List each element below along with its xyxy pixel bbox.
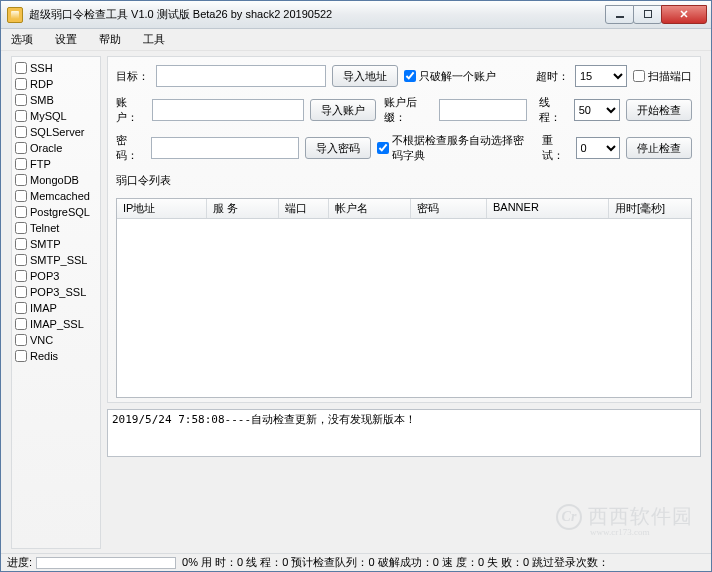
app-icon xyxy=(7,7,23,23)
status-metrics: 0% 用 时：0 线 程：0 预计检查队列：0 破解成功：0 速 度：0 失 败… xyxy=(182,555,609,570)
config-row-password: 密码： 导入密码 不根据检查服务自动选择密码字典 重试： 0 停止检查 xyxy=(116,133,692,163)
import-target-button[interactable]: 导入地址 xyxy=(332,65,398,87)
auto-dict-checkbox-input[interactable] xyxy=(377,142,389,154)
column-header[interactable]: 端口 xyxy=(279,199,329,218)
service-label: SMB xyxy=(30,93,54,107)
scan-port-checkbox-input[interactable] xyxy=(633,70,645,82)
service-item-vnc[interactable]: VNC xyxy=(15,333,97,347)
service-checkbox[interactable] xyxy=(15,174,27,186)
results-body xyxy=(117,219,691,397)
account-input[interactable] xyxy=(152,99,304,121)
menu-help[interactable]: 帮助 xyxy=(93,31,127,48)
timeout-label: 超时： xyxy=(536,69,569,84)
service-item-smtp_ssl[interactable]: SMTP_SSL xyxy=(15,253,97,267)
service-label: FTP xyxy=(30,157,51,171)
service-checkbox[interactable] xyxy=(15,302,27,314)
stop-button[interactable]: 停止检查 xyxy=(626,137,692,159)
service-item-telnet[interactable]: Telnet xyxy=(15,221,97,235)
timeout-select[interactable]: 15 xyxy=(575,65,627,87)
auto-dict-checkbox-label: 不根据检查服务自动选择密码字典 xyxy=(392,133,530,163)
close-button[interactable] xyxy=(661,5,707,24)
target-label: 目标： xyxy=(116,69,150,84)
service-item-imap[interactable]: IMAP xyxy=(15,301,97,315)
single-account-checkbox-label: 只破解一个账户 xyxy=(419,69,496,84)
import-user-button[interactable]: 导入账户 xyxy=(310,99,376,121)
config-panel: 目标： 导入地址 只破解一个账户 超时： 15 xyxy=(107,56,701,403)
service-checkbox[interactable] xyxy=(15,350,27,362)
maximize-icon xyxy=(643,9,653,19)
account-label: 账户： xyxy=(116,95,146,125)
service-item-oracle[interactable]: Oracle xyxy=(15,141,97,155)
content-area: SSHRDPSMBMySQLSQLServerOracleFTPMongoDBM… xyxy=(1,52,711,553)
config-row-account: 账户： 导入账户 账户后缀： 线程： 50 开始检查 xyxy=(116,95,692,125)
column-header[interactable]: 用时[毫秒] xyxy=(609,199,683,218)
service-item-memcached[interactable]: Memcached xyxy=(15,189,97,203)
service-item-ssh[interactable]: SSH xyxy=(15,61,97,75)
service-item-rdp[interactable]: RDP xyxy=(15,77,97,91)
threads-select[interactable]: 50 xyxy=(574,99,620,121)
service-item-sqlserver[interactable]: SQLServer xyxy=(15,125,97,139)
service-checkbox[interactable] xyxy=(15,62,27,74)
service-item-redis[interactable]: Redis xyxy=(15,349,97,363)
service-checkbox[interactable] xyxy=(15,334,27,346)
suffix-label: 账户后缀： xyxy=(384,95,433,125)
service-item-postgresql[interactable]: PostgreSQL xyxy=(15,205,97,219)
service-item-ftp[interactable]: FTP xyxy=(15,157,97,171)
column-header[interactable]: BANNER xyxy=(487,199,609,218)
service-checkbox[interactable] xyxy=(15,78,27,90)
column-header[interactable]: 密码 xyxy=(411,199,487,218)
service-checkbox[interactable] xyxy=(15,126,27,138)
single-account-checkbox[interactable]: 只破解一个账户 xyxy=(404,69,496,84)
log-output[interactable]: 2019/5/24 7:58:08----自动检查更新，没有发现新版本！ xyxy=(107,409,701,457)
service-item-smb[interactable]: SMB xyxy=(15,93,97,107)
service-checkbox[interactable] xyxy=(15,318,27,330)
service-checkbox[interactable] xyxy=(15,286,27,298)
service-item-mongodb[interactable]: MongoDB xyxy=(15,173,97,187)
auto-dict-checkbox[interactable]: 不根据检查服务自动选择密码字典 xyxy=(377,133,530,163)
menu-options[interactable]: 选项 xyxy=(5,31,39,48)
column-header[interactable]: 服 务 xyxy=(207,199,279,218)
service-item-mysql[interactable]: MySQL xyxy=(15,109,97,123)
progress-bar xyxy=(36,557,176,569)
scan-port-checkbox[interactable]: 扫描端口 xyxy=(633,69,692,84)
app-window: 超级弱口令检查工具 V1.0 测试版 Beta26 by shack2 2019… xyxy=(0,0,712,572)
service-checkbox[interactable] xyxy=(15,222,27,234)
service-item-imap_ssl[interactable]: IMAP_SSL xyxy=(15,317,97,331)
titlebar: 超级弱口令检查工具 V1.0 测试版 Beta26 by shack2 2019… xyxy=(1,1,711,29)
service-label: VNC xyxy=(30,333,53,347)
svg-rect-1 xyxy=(644,11,651,18)
column-header[interactable]: IP地址 xyxy=(117,199,207,218)
suffix-input[interactable] xyxy=(439,99,527,121)
service-checkbox[interactable] xyxy=(15,110,27,122)
results-table: IP地址服 务端口帐户名密码BANNER用时[毫秒] xyxy=(116,198,692,398)
menubar: 选项 设置 帮助 工具 xyxy=(1,29,711,51)
import-pass-button[interactable]: 导入密码 xyxy=(305,137,371,159)
password-input[interactable] xyxy=(151,137,299,159)
service-label: MySQL xyxy=(30,109,67,123)
service-checkbox[interactable] xyxy=(15,190,27,202)
service-item-smtp[interactable]: SMTP xyxy=(15,237,97,251)
start-button[interactable]: 开始检查 xyxy=(626,99,692,121)
service-label: Telnet xyxy=(30,221,59,235)
service-checkbox[interactable] xyxy=(15,142,27,154)
target-input[interactable] xyxy=(156,65,326,87)
service-checkbox[interactable] xyxy=(15,238,27,250)
service-checkbox[interactable] xyxy=(15,94,27,106)
service-checkbox[interactable] xyxy=(15,158,27,170)
service-checkbox[interactable] xyxy=(15,270,27,282)
service-item-pop3_ssl[interactable]: POP3_SSL xyxy=(15,285,97,299)
statusbar: 进度: 0% 用 时：0 线 程：0 预计检查队列：0 破解成功：0 速 度：0… xyxy=(1,553,711,571)
service-checkbox[interactable] xyxy=(15,254,27,266)
service-item-pop3[interactable]: POP3 xyxy=(15,269,97,283)
service-label: RDP xyxy=(30,77,53,91)
maximize-button[interactable] xyxy=(633,5,662,24)
minimize-button[interactable] xyxy=(605,5,634,24)
column-header[interactable]: 帐户名 xyxy=(329,199,411,218)
single-account-checkbox-input[interactable] xyxy=(404,70,416,82)
menu-tools[interactable]: 工具 xyxy=(137,31,171,48)
window-controls xyxy=(606,5,707,25)
results-caption: 弱口令列表 xyxy=(116,173,692,188)
retry-select[interactable]: 0 xyxy=(576,137,620,159)
menu-settings[interactable]: 设置 xyxy=(49,31,83,48)
service-checkbox[interactable] xyxy=(15,206,27,218)
